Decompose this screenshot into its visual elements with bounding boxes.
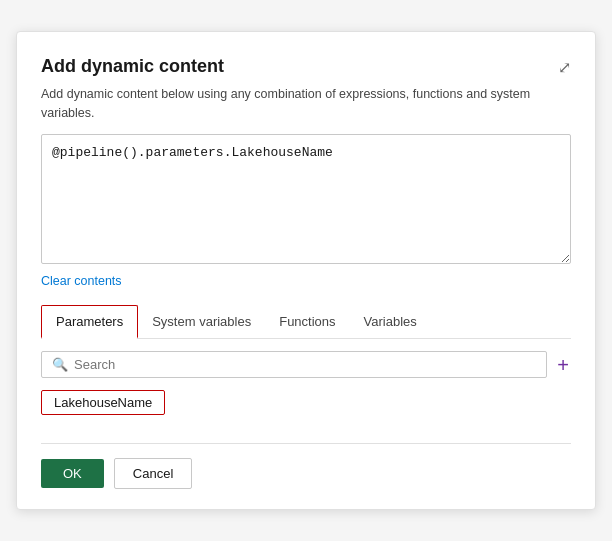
search-input[interactable] — [74, 357, 536, 372]
search-box: 🔍 — [41, 351, 547, 378]
ok-button[interactable]: OK — [41, 459, 104, 488]
dialog-description: Add dynamic content below using any comb… — [41, 85, 571, 123]
footer-buttons: OK Cancel — [41, 458, 571, 489]
cancel-button[interactable]: Cancel — [114, 458, 192, 489]
search-row: 🔍 + — [41, 351, 571, 378]
expression-textarea[interactable] — [41, 134, 571, 264]
param-item-lakehouse-name[interactable]: LakehouseName — [41, 390, 165, 415]
tab-functions[interactable]: Functions — [265, 306, 349, 339]
add-dynamic-content-dialog: Add dynamic content ⤢ Add dynamic conten… — [16, 31, 596, 511]
params-list: LakehouseName — [41, 390, 571, 423]
search-icon: 🔍 — [52, 357, 68, 372]
dialog-header: Add dynamic content ⤢ — [41, 56, 571, 77]
expand-icon[interactable]: ⤢ — [558, 58, 571, 77]
tab-parameters[interactable]: Parameters — [41, 305, 138, 339]
add-parameter-button[interactable]: + — [555, 355, 571, 375]
tab-variables[interactable]: Variables — [350, 306, 431, 339]
clear-contents-button[interactable]: Clear contents — [41, 274, 122, 288]
footer-separator — [41, 443, 571, 444]
dialog-title: Add dynamic content — [41, 56, 224, 77]
tab-system-variables[interactable]: System variables — [138, 306, 265, 339]
tabs-bar: Parameters System variables Functions Va… — [41, 305, 571, 339]
